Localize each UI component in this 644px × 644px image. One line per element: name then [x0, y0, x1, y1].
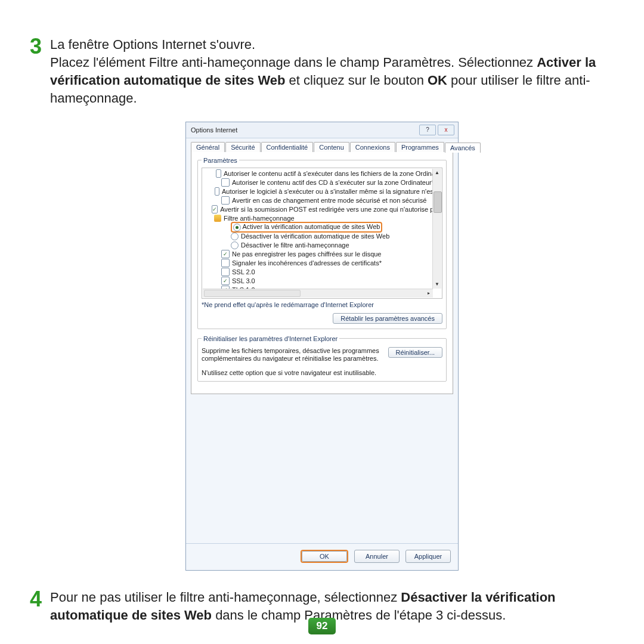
tabstrip: Général Sécurité Confidentialité Contenu…: [191, 142, 453, 152]
step4-a: Pour ne pas utiliser le filtre anti-hame…: [50, 590, 401, 605]
help-button[interactable]: ?: [419, 125, 436, 135]
check-icon[interactable]: [216, 169, 221, 178]
scroll-down-icon[interactable]: ▼: [433, 280, 441, 289]
horizontal-scrollbar[interactable]: ◂ ▸: [203, 289, 433, 298]
reset-warning: N'utilisez cette option que si votre nav…: [202, 369, 442, 376]
hscroll-thumb[interactable]: [204, 290, 301, 297]
opt-3: Autoriser le logiciel à s'exécuter ou à …: [222, 188, 441, 195]
step-number-3: 3: [30, 36, 42, 57]
opt-ssl3: SSL 3.0: [232, 277, 255, 284]
check-icon[interactable]: ✓: [212, 205, 218, 213]
opt-ssl2: SSL 2.0: [232, 268, 255, 275]
ok-highlight: OK: [301, 550, 348, 563]
tab-programmes[interactable]: Programmes: [396, 142, 444, 152]
check-icon[interactable]: [221, 178, 230, 187]
tab-contenu[interactable]: Contenu: [314, 142, 349, 152]
titlebar-buttons: ? x: [419, 125, 454, 135]
tab-avances[interactable]: Avancés: [445, 143, 481, 153]
radio-activate: Activer la vérification automatique de s…: [242, 223, 380, 230]
tab-general[interactable]: Général: [191, 142, 225, 152]
group-reset: Réinitialiser les paramètres d'Internet …: [197, 335, 447, 382]
reset-legend: Réinitialiser les paramètres d'Internet …: [202, 335, 339, 342]
shield-icon: [214, 215, 221, 222]
step-3-text: La fenêtre Options Internet s'ouvre. Pla…: [50, 36, 614, 107]
step-number-4: 4: [30, 589, 42, 610]
check-icon[interactable]: [221, 259, 230, 267]
radio-deactivate-filter: Désactiver le filtre anti-hameçonnage: [241, 242, 349, 249]
restore-advanced-button[interactable]: Rétablir les paramètres avancés: [333, 313, 442, 324]
step3-l2a: Placez l'élément Filtre anti-hameçonnage…: [50, 55, 537, 70]
settings-list: Autoriser le contenu actif à s'exécuter …: [202, 168, 442, 298]
scroll-right-icon[interactable]: ▸: [425, 289, 433, 298]
apply-button[interactable]: Appliquer: [405, 550, 451, 563]
highlight-activate: Activer la vérification automatique de s…: [231, 222, 382, 233]
close-button[interactable]: x: [438, 125, 454, 135]
dialog-body: Paramètres Autoriser le contenu actif à …: [191, 152, 453, 395]
phishing-header: Filtre anti-hameçonnage: [224, 215, 295, 222]
check-icon[interactable]: ✓: [221, 277, 230, 285]
check-icon[interactable]: [221, 268, 230, 276]
window-title: Options Internet: [190, 126, 237, 134]
vertical-scrollbar[interactable]: ▲ ▼: [432, 169, 441, 289]
parametres-legend: Paramètres: [202, 157, 239, 164]
radio-icon[interactable]: [233, 224, 241, 231]
page-number-badge: 92: [308, 618, 336, 634]
ok-button[interactable]: OK: [302, 551, 347, 562]
radio-icon[interactable]: [231, 233, 239, 240]
cancel-button[interactable]: Annuler: [354, 550, 400, 563]
tab-securite[interactable]: Sécurité: [225, 142, 260, 152]
reset-button[interactable]: Réinitialiser...: [388, 347, 442, 358]
opt-7: Signaler les incohérences d'adresses de …: [232, 259, 382, 267]
tab-connexions[interactable]: Connexions: [350, 142, 395, 152]
restart-note: *Ne prend effet qu'après le redémarrage …: [202, 301, 442, 308]
settings-tree[interactable]: Autoriser le contenu actif à s'exécuter …: [202, 168, 442, 299]
group-parametres: Paramètres Autoriser le contenu actif à …: [197, 157, 447, 329]
step4-c: dans le champ Paramètres de l'étape 3 ci…: [212, 608, 506, 623]
opt-1: Autoriser le contenu actif à s'exécuter …: [224, 170, 441, 177]
opt-4: Avertir en cas de changement entre mode …: [232, 197, 426, 204]
dialog-footer: OK Annuler Appliquer: [186, 543, 458, 570]
step3-bold2: OK: [428, 73, 447, 88]
dialog-wrap: Options Internet ? x Général Sécurité Co…: [30, 122, 614, 571]
check-icon[interactable]: [221, 196, 230, 205]
titlebar: Options Internet ? x: [186, 122, 458, 138]
check-icon[interactable]: ✓: [221, 250, 230, 258]
check-icon[interactable]: [215, 187, 219, 196]
step3-line1: La fenêtre Options Internet s'ouvre.: [50, 37, 255, 52]
opt-2: Autoriser le contenu actif des CD à s'ex…: [232, 179, 434, 186]
opt-6: Ne pas enregistrer les pages chiffrées s…: [232, 250, 382, 258]
tab-confidentialite[interactable]: Confidentialité: [261, 142, 314, 152]
radio-deactivate-verif: Désactiver la vérification automatique d…: [241, 233, 389, 240]
scroll-thumb[interactable]: [434, 191, 442, 213]
scroll-up-icon[interactable]: ▲: [433, 169, 441, 177]
reset-description: Supprime les fichiers temporaires, désac…: [202, 347, 380, 364]
step3-l2c: et cliquez sur le bouton: [286, 73, 428, 88]
internet-options-dialog: Options Internet ? x Général Sécurité Co…: [185, 122, 459, 571]
radio-icon[interactable]: [231, 242, 239, 249]
step-3: 3 La fenêtre Options Internet s'ouvre. P…: [30, 36, 614, 107]
opt-5: Avertir si la soumission POST est rediri…: [220, 206, 441, 213]
